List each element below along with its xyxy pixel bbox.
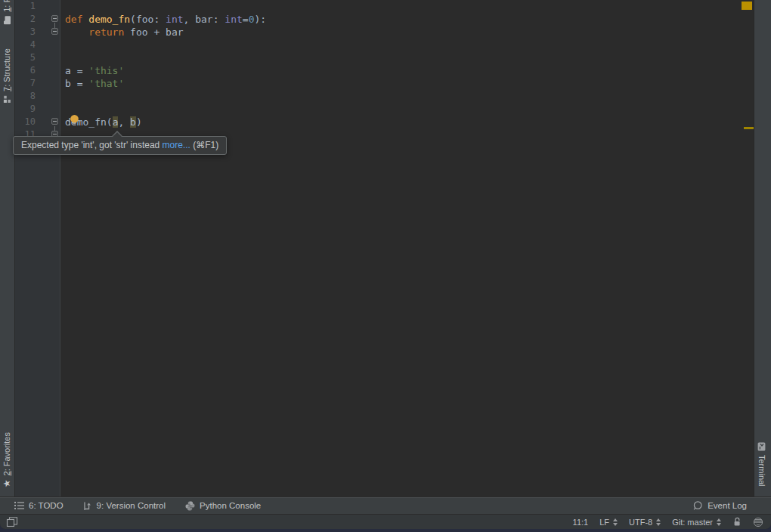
event-log-balloon-icon <box>692 500 703 511</box>
code-text[interactable]: def demo_fn(foo: int, bar: int=0): <box>60 13 266 26</box>
inspection-tooltip: Expected type 'int', got 'str' instead m… <box>13 136 227 155</box>
warning-highlighted-token: b <box>130 116 136 128</box>
tooltip-arrow <box>113 132 122 137</box>
toolwindow-button-favorites[interactable]: ★ 2: Favorites <box>2 432 11 487</box>
toolwindow-button-terminal[interactable]: Terminal <box>757 442 766 487</box>
toolwindow-button-label: 1: Proj <box>2 0 11 12</box>
star-icon: ★ <box>2 479 11 487</box>
structure-icon <box>3 95 11 104</box>
toolwindow-button-label: 7: Structure <box>2 48 11 91</box>
gutter-fold-strip[interactable] <box>36 26 60 39</box>
line-number: 8 <box>15 90 36 103</box>
code-line[interactable]: 1 <box>15 0 754 13</box>
toolwindow-toggle-icon[interactable] <box>6 517 18 527</box>
gutter-fold-strip[interactable] <box>36 64 60 77</box>
toolwindow-button-label: 6: TODO <box>29 501 63 510</box>
code-line[interactable]: 4 <box>15 39 754 51</box>
project-icon <box>3 16 11 25</box>
code-line[interactable]: 10demo_fn(a, b) <box>15 116 754 128</box>
toolwindow-button-label: Event Log <box>708 501 747 510</box>
toolwindow-button-label: 2: Favorites <box>2 432 11 475</box>
right-tool-window-bar: Terminal <box>754 0 771 496</box>
error-stripe-status-square[interactable] <box>742 2 752 10</box>
fold-marker-icon[interactable] <box>51 28 58 35</box>
gutter-fold-strip[interactable] <box>36 0 60 13</box>
python-logo-icon <box>185 501 195 511</box>
tooltip-text: Expected type 'int', got 'str' instead <box>21 140 159 150</box>
status-bar-widgets: 11:1 LF UTF-8 Git: master <box>573 517 763 527</box>
fold-region-line <box>54 126 55 131</box>
code-text[interactable] <box>60 90 65 103</box>
gutter-fold-strip[interactable] <box>36 90 60 103</box>
toolwindow-button-python-console[interactable]: Python Console <box>185 501 261 511</box>
gutter-fold-strip[interactable] <box>36 39 60 51</box>
toolwindow-button-version-control[interactable]: 9: Version Control <box>83 501 166 511</box>
toolwindow-button-todo[interactable]: 6: TODO <box>14 501 63 510</box>
bottom-toolwindow-bar: 6: TODO 9: Version Control Python Consol… <box>0 496 771 514</box>
fold-marker-icon[interactable] <box>51 118 58 125</box>
unlock-icon[interactable] <box>732 517 742 527</box>
line-number: 10 <box>15 116 36 128</box>
toolwindow-button-label: 9: Version Control <box>97 501 166 510</box>
code-area[interactable]: 12def demo_fn(foo: int, bar: int=0):3 re… <box>15 0 754 141</box>
code-text[interactable]: return foo + bar <box>60 26 184 39</box>
gutter-fold-strip[interactable] <box>36 13 60 26</box>
gutter-fold-strip[interactable] <box>36 103 60 116</box>
toolwindow-button-project[interactable]: 1: Proj <box>2 0 11 25</box>
code-text[interactable] <box>60 39 65 51</box>
tooltip-more-link[interactable]: more... <box>163 140 190 150</box>
pycharm-window: 1: Proj 7: Structure ★ 2: Favorites 12de… <box>0 0 771 529</box>
gutter-fold-strip[interactable] <box>36 51 60 64</box>
error-stripe-warning-mark[interactable] <box>744 127 754 129</box>
version-control-icon <box>83 501 92 511</box>
highlighting-level-hector-icon[interactable] <box>753 517 763 527</box>
editor[interactable]: 12def demo_fn(foo: int, bar: int=0):3 re… <box>15 0 754 496</box>
code-text[interactable] <box>60 0 65 13</box>
line-number: 7 <box>15 77 36 90</box>
code-line[interactable]: 5 <box>15 51 754 64</box>
encoding-widget[interactable]: UTF-8 <box>629 518 661 527</box>
code-line[interactable]: 3 return foo + bar <box>15 26 754 39</box>
code-line[interactable]: 8 <box>15 90 754 103</box>
fold-marker-icon[interactable] <box>51 15 58 22</box>
line-number: 6 <box>15 64 36 77</box>
code-text[interactable]: a = 'this' <box>60 64 124 77</box>
code-line[interactable]: 2def demo_fn(foo: int, bar: int=0): <box>15 13 754 26</box>
git-branch-widget[interactable]: Git: master <box>672 518 721 527</box>
code-text[interactable] <box>60 51 65 64</box>
code-text[interactable]: b = 'that' <box>60 77 124 90</box>
line-number: 2 <box>15 13 36 26</box>
left-tool-window-bar: 1: Proj 7: Structure ★ 2: Favorites <box>0 0 15 496</box>
code-line[interactable]: 7b = 'that' <box>15 77 754 90</box>
terminal-icon <box>758 442 766 451</box>
toolwindow-button-label: Python Console <box>200 501 261 510</box>
line-number: 3 <box>15 26 36 39</box>
fold-region-line <box>54 23 55 28</box>
main-row: 1: Proj 7: Structure ★ 2: Favorites 12de… <box>0 0 771 496</box>
chevron-up-down-icon <box>656 518 661 526</box>
line-number: 4 <box>15 39 36 51</box>
chevron-up-down-icon <box>717 518 721 526</box>
toolwindow-button-event-log[interactable]: Event Log <box>692 500 747 511</box>
line-number: 9 <box>15 103 36 116</box>
code-text[interactable] <box>60 103 65 116</box>
line-number: 1 <box>15 0 36 13</box>
line-separator-widget[interactable]: LF <box>599 518 618 527</box>
gutter-fold-strip[interactable] <box>36 77 60 90</box>
tooltip-shortcut: (⌘F1) <box>193 140 218 150</box>
code-line[interactable]: 9 <box>15 103 754 116</box>
code-line[interactable]: 6a = 'this' <box>15 64 754 77</box>
status-bar: 11:1 LF UTF-8 Git: master <box>0 514 771 529</box>
todo-list-icon <box>14 501 24 510</box>
toolwindow-button-label: Terminal <box>757 455 766 487</box>
gutter-fold-strip[interactable] <box>36 116 60 128</box>
line-number: 5 <box>15 51 36 64</box>
chevron-up-down-icon <box>613 518 618 526</box>
caret-position-widget[interactable]: 11:1 <box>573 518 589 527</box>
intention-lightbulb-icon[interactable] <box>70 114 79 126</box>
toolwindow-button-structure[interactable]: 7: Structure <box>2 48 11 104</box>
